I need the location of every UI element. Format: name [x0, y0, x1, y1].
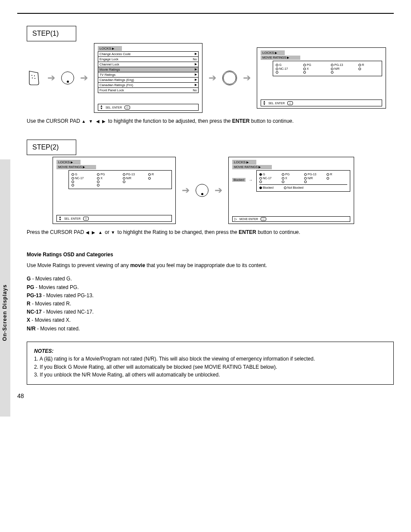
arrow-icon: ➔ [209, 72, 216, 84]
movie-ratings-screen-before: LOCKS ▶ MOVIE RATINGS ▶ G PG PG-13 R NC-… [53, 157, 176, 224]
step1-flow: ➔ ➔ LOCKS ▶ Change Access Code▶ Engage L… [27, 43, 394, 113]
cursor-pad-button[interactable] [61, 72, 74, 84]
notes-box: NOTES: 1. A (福) rating is for a Movie/Pr… [27, 342, 394, 385]
screen-subtitle: MOVIE RATINGS ▶ [56, 165, 96, 169]
step2-flow: LOCKS ▶ MOVIE RATINGS ▶ G PG PG-13 R NC-… [27, 157, 394, 224]
screen-subtitle: MOVIE RATINGS ▶ [261, 56, 300, 60]
screen-title: LOCKS ▶ [56, 160, 81, 165]
arrow-icon: ➔ [215, 185, 222, 196]
screen-title: LOCKS ▶ [232, 160, 256, 165]
notes-title: NOTES: [34, 348, 53, 354]
step1-label: STEP(1) [27, 26, 76, 41]
svg-point-1 [34, 75, 35, 76]
screen-subtitle: MOVIE RATINGS ▶ [232, 165, 272, 169]
ratings-grid: G PG PG-13 R NC-17 X N/R [68, 170, 172, 189]
svg-point-3 [34, 78, 35, 79]
hint-bar: ▷ MOVE ENTER ⬭ [232, 216, 350, 222]
movie-ratings-screen: LOCKS ▶ MOVIE RATINGS ▶ G PG PG-13 R NC-… [257, 47, 386, 109]
svg-point-0 [31, 75, 32, 76]
screen-title: LOCKS ▶ [98, 46, 122, 51]
enter-button[interactable] [222, 71, 237, 85]
ratings-grid: G PG PG-13 R NC-17 X N/R [256, 170, 350, 192]
ratings-grid: G PG PG-13 R NC-17 X N/R [273, 61, 382, 76]
categories-title: Movie Ratings OSD and Categories [27, 251, 394, 259]
step2-caption: Press the CURSOR PAD ◀ ▶ ▲ or ▼ to highl… [27, 228, 394, 236]
page-header-rule [17, 13, 394, 26]
arrow-icon: ➔ [47, 72, 55, 84]
screen-title: LOCKS ▶ [261, 50, 285, 55]
hint-bar: ▲▼ SEL. ENTER ⬭ [261, 100, 382, 106]
cursor-pad-button[interactable] [196, 184, 209, 197]
note-line: 1. A (福) rating is for a Movie/Program n… [34, 355, 386, 363]
page-number: 48 [17, 392, 394, 399]
blocked-label: Blocked [232, 178, 246, 182]
step2-label: STEP(2) [27, 140, 76, 155]
movie-ratings-screen-after: LOCKS ▶ MOVIE RATINGS ▶ Blocked → G PG P… [228, 157, 354, 224]
menu-item[interactable]: Front Panel LockNo [98, 87, 199, 93]
hint-bar: ▲▼ SEL. ENTER ⬭ [56, 215, 172, 222]
note-line: 3. If you unblock the N/R Movie Rating, … [34, 371, 386, 379]
remote-icon [27, 69, 41, 87]
svg-point-2 [32, 78, 33, 78]
arrow-icon: ➔ [182, 185, 190, 196]
arrow-icon: ➔ [243, 72, 251, 84]
step1-caption: Use the CURSOR PAD ▲ ▼ ◀ ▶ to highlight … [27, 117, 394, 125]
locks-menu-screen: LOCKS ▶ Change Access Code▶ Engage LockN… [94, 43, 202, 113]
note-line: 2. If you Block G Movie Rating, all othe… [34, 363, 386, 371]
hint-bar: ▲▼ SEL. ENTER ⬭ [98, 104, 199, 111]
move-arrow-icon: → [249, 178, 252, 182]
arrow-icon: ➔ [80, 72, 88, 84]
side-section-label: On-Screen Displays [2, 284, 8, 341]
movie-ratings-categories: Movie Ratings OSD and Categories Use Mov… [27, 251, 394, 333]
